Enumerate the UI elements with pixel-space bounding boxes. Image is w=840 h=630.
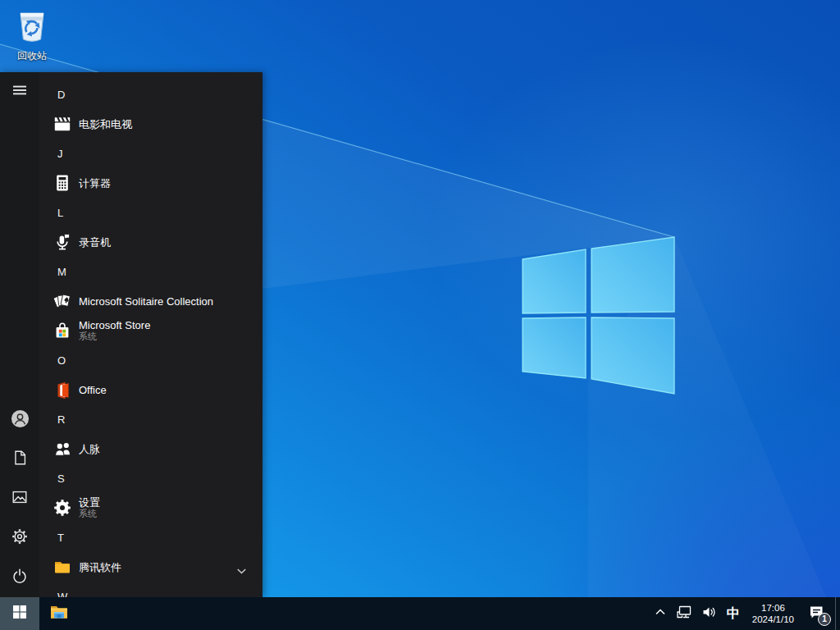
start-menu-app-list: D电影和电视J计算器L录音机MMicrosoft Solitaire Colle… [39,72,262,597]
section-letter: T [57,532,64,544]
folder-icon [52,557,72,577]
app-label-group: 录音机 [79,236,111,249]
user-avatar-icon [11,409,30,431]
power-button[interactable] [0,558,39,597]
movies-tv-icon [52,114,72,134]
solitaire-icon [52,291,72,311]
app-list-item[interactable]: 计算器 [39,168,262,198]
app-label: 录音机 [79,236,111,249]
app-list-item[interactable]: Office [39,375,262,404]
app-label-group: Microsoft Store系统 [79,319,150,342]
app-list-section-M[interactable]: M [39,257,262,286]
app-list-item[interactable]: 人脉 [39,434,262,463]
app-list-section-L[interactable]: L [39,198,262,227]
system-tray: 中 17:06 2024/1/10 1 [649,597,840,630]
recycle-bin-icon [14,33,50,47]
microsoft-store-icon [52,321,72,340]
gear-filled-icon [52,498,72,518]
app-label: Office [79,384,107,396]
app-label: 电影和电视 [79,118,132,130]
show-desktop-button[interactable] [835,597,840,630]
section-letter: M [57,266,66,278]
office-icon [52,380,72,399]
user-account-button[interactable] [0,400,39,440]
people-icon [52,439,72,459]
app-list-item[interactable]: Microsoft Solitaire Collection [39,286,262,316]
gear-outline-icon [11,527,29,549]
app-list-item[interactable]: 电影和电视 [39,109,262,139]
ethernet-network-icon [676,604,692,623]
taskbar: 中 17:06 2024/1/10 1 [0,597,840,630]
volume-tray-button[interactable] [696,597,721,630]
settings-rail-button[interactable] [0,518,39,558]
app-label: 设置 [79,496,100,509]
chevron-down-icon[interactable] [237,563,246,578]
hamburger-icon [11,82,28,102]
app-label-group: Microsoft Solitaire Collection [79,295,213,308]
app-list-section-W[interactable]: W [39,582,262,597]
app-label-group: Office [79,384,107,396]
app-list-item[interactable]: Microsoft Store系统 [39,316,262,345]
app-list-section-J[interactable]: J [39,139,262,168]
app-list-item[interactable]: 设置系统 [39,493,262,523]
app-list-section-T[interactable]: T [39,523,262,552]
section-letter: O [57,354,66,367]
ime-language-indicator[interactable]: 中 [721,597,746,630]
start-menu-rail [0,72,39,597]
windows-logo-icon [13,605,26,622]
notification-badge: 1 [818,613,831,626]
app-label: 计算器 [79,177,111,189]
recycle-bin-desktop-icon[interactable]: 回收站 [7,7,57,63]
tray-expand-button[interactable] [649,597,672,630]
app-label-group: 设置系统 [79,496,100,519]
app-sublabel: 系统 [79,331,150,342]
speaker-icon [701,604,717,623]
section-letter: W [57,591,67,598]
power-icon [11,567,29,588]
taskbar-clock[interactable]: 17:06 2024/1/10 [746,602,801,625]
app-list-section-D[interactable]: D [39,80,262,109]
app-label-group: 计算器 [79,177,111,189]
section-letter: L [57,207,63,219]
voice-recorder-icon [52,232,72,252]
app-label: Microsoft Solitaire Collection [79,295,213,308]
app-label: Microsoft Store [79,319,150,331]
recycle-bin-label: 回收站 [7,49,57,63]
section-letter: D [57,89,65,101]
app-sublabel: 系统 [79,509,100,519]
section-letter: S [57,472,65,485]
action-center-button[interactable]: 1 [801,597,835,630]
app-list-section-S[interactable]: S [39,463,262,493]
file-explorer-button[interactable] [39,597,79,630]
app-label-group: 电影和电视 [79,118,132,130]
clock-date: 2024/1/10 [752,614,794,625]
menu-expand-button[interactable] [0,72,39,112]
app-label-group: 腾讯软件 [79,561,121,573]
pictures-icon [11,488,29,509]
document-icon [11,449,29,470]
windows-desktop: 回收站 D电影和电视J计算器L录音机MMicrosoft Solitaire C… [0,0,840,630]
start-menu: D电影和电视J计算器L录音机MMicrosoft Solitaire Colle… [0,72,262,597]
chevron-up-icon [653,605,668,623]
app-list-section-O[interactable]: O [39,345,262,375]
app-list-section-R[interactable]: R [39,404,262,434]
app-label: 人脉 [79,443,100,455]
app-label: 腾讯软件 [79,561,121,573]
app-list-item[interactable]: 录音机 [39,227,262,257]
calculator-icon [52,173,72,193]
network-tray-button[interactable] [672,597,696,630]
section-letter: R [57,413,65,426]
clock-time: 17:06 [752,602,794,614]
start-button[interactable] [0,597,39,630]
documents-button[interactable] [0,440,39,479]
app-list-item[interactable]: 腾讯软件 [39,552,262,582]
section-letter: J [57,148,63,160]
pictures-button[interactable] [0,479,39,518]
app-label-group: 人脉 [79,443,100,455]
file-explorer-icon [48,601,70,626]
